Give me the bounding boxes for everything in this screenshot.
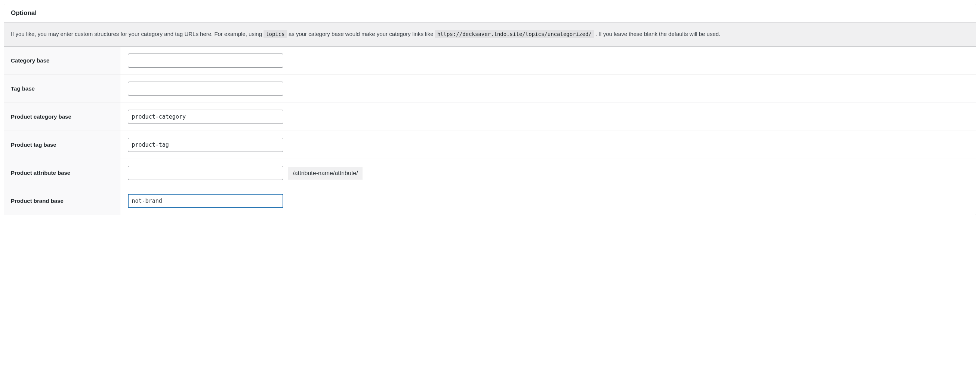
- settings-form-table: Category base Tag base Product category …: [4, 47, 976, 215]
- label-product-category-base: Product category base: [4, 102, 120, 131]
- row-tag-base: Tag base: [4, 75, 976, 102]
- row-product-tag-base: Product tag base: [4, 131, 976, 159]
- input-product-attribute-base[interactable]: [128, 166, 283, 180]
- attribute-suffix-hint: /attribute-name/attribute/: [288, 167, 362, 180]
- input-product-brand-base[interactable]: [128, 194, 283, 208]
- box-description: If you like, you may enter custom struct…: [4, 22, 976, 47]
- desc-pre: If you like, you may enter custom struct…: [11, 31, 264, 37]
- input-tag-base[interactable]: [128, 82, 283, 96]
- optional-settings-box: Optional If you like, you may enter cust…: [4, 4, 976, 215]
- box-header: Optional: [4, 4, 976, 22]
- row-product-brand-base: Product brand base: [4, 187, 976, 215]
- row-product-attribute-base: Product attribute base /attribute-name/a…: [4, 159, 976, 187]
- label-product-tag-base: Product tag base: [4, 131, 120, 159]
- label-tag-base: Tag base: [4, 75, 120, 102]
- desc-post: . If you leave these blank the defaults …: [595, 31, 720, 37]
- row-category-base: Category base: [4, 47, 976, 75]
- label-product-brand-base: Product brand base: [4, 187, 120, 215]
- label-category-base: Category base: [4, 47, 120, 75]
- desc-code-topics: topics: [264, 30, 287, 38]
- box-title: Optional: [11, 10, 969, 17]
- input-category-base[interactable]: [128, 54, 283, 68]
- label-product-attribute-base: Product attribute base: [4, 159, 120, 187]
- desc-code-url: https://decksaver.lndo.site/topics/uncat…: [435, 30, 594, 38]
- desc-mid: as your category base would make your ca…: [288, 31, 435, 37]
- input-product-category-base[interactable]: [128, 110, 283, 124]
- row-product-category-base: Product category base: [4, 102, 976, 131]
- input-product-tag-base[interactable]: [128, 138, 283, 152]
